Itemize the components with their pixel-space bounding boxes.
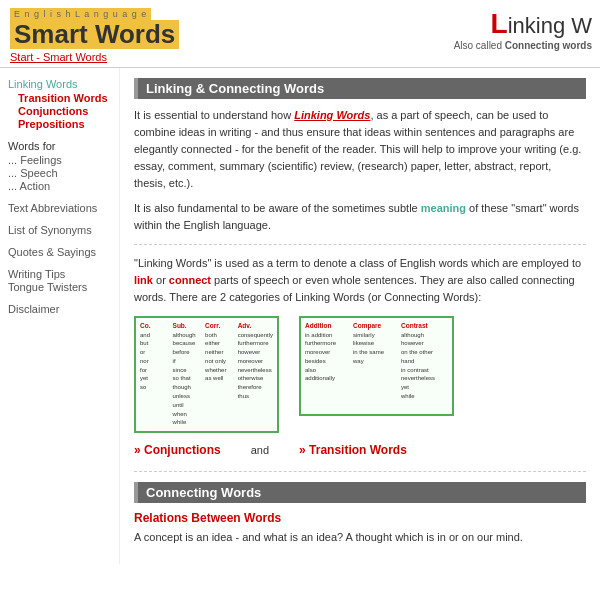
sidebar-item-prepositions[interactable]: Prepositions [18,118,111,130]
sidebar-item-quotes-sayings[interactable]: Quotes & Sayings [8,246,111,258]
sidebar-item-text-abbreviations[interactable]: Text Abbreviations [8,202,111,214]
relations-text: A concept is an idea - and what is an id… [134,529,586,546]
sidebar-item-writing-tips[interactable]: Writing Tips [8,268,111,280]
site-title: Smart Words [10,20,179,49]
sidebar-item-tongue-twisters[interactable]: Tongue Twisters [8,281,111,293]
sidebar-item-action[interactable]: ... Action [8,180,111,192]
section2-header: Connecting Words [134,482,586,503]
and-text: and [251,444,269,456]
page-title: Linking W [454,8,592,40]
sidebar-item-conjunctions[interactable]: Conjunctions [18,105,111,117]
paragraph-1: It is essential to understand how Linkin… [134,107,586,192]
linking-words-link[interactable]: Linking Words [294,109,370,121]
connect-word-link[interactable]: connect [169,274,211,286]
sidebar-words-for-label: Words for [8,140,111,152]
sidebar-item-speech[interactable]: ... Speech [8,167,111,179]
conjunctions-caption-link[interactable]: » Conjunctions [134,443,221,457]
conjunctions-table-box: Co. Sub. Corr. Adv. andalthoughbothconse… [134,316,279,433]
page-title-rest: inking W [508,13,592,38]
sidebar-item-disclaimer[interactable]: Disclaimer [8,303,111,315]
section1-header: Linking & Connecting Words [134,78,586,99]
big-L-icon: L [491,8,508,39]
link-word-link[interactable]: link [134,274,153,286]
sidebar-item-feelings[interactable]: ... Feelings [8,154,111,166]
transition-table-box: Addition Compare Contrast in additionsim… [299,316,454,416]
start-link[interactable]: Start - Smart Words [10,51,590,63]
sidebar-item-list-of-synonyms[interactable]: List of Synonyms [8,224,111,236]
paragraph-2: It is also fundamental to be aware of th… [134,200,586,234]
sidebar-heading-linking-words: Linking Words [8,78,111,90]
relations-heading: Relations Between Words [134,511,586,525]
transition-words-caption-link[interactable]: » Transition Words [299,443,407,457]
paragraph-3: "Linking Words" is used as a term to den… [134,255,586,306]
sidebar-item-transition-words[interactable]: Transition Words [18,92,111,104]
also-called: Also called Connecting words [454,40,592,51]
